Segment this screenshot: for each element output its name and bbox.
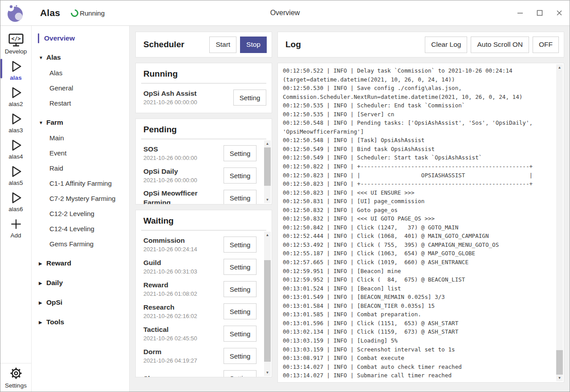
task-setting-button[interactable]: Setting xyxy=(224,145,256,161)
task-name: Guild xyxy=(143,258,220,267)
play-icon xyxy=(8,111,24,127)
sidebar-item-raid[interactable]: Raid xyxy=(32,160,129,176)
maximize-button[interactable] xyxy=(536,9,544,17)
task-setting-button[interactable]: Setting xyxy=(224,167,256,184)
instance-rail: </>Developalasalas2alas3alas4alas5alas6A… xyxy=(0,26,32,392)
rail-item-alas2[interactable]: alas2 xyxy=(0,83,31,109)
task-name: OpSi Daily xyxy=(143,167,220,176)
waiting-panel: Waiting Commission2021-10-26 00:24:14Set… xyxy=(135,210,272,377)
rail-item-alas[interactable]: alas xyxy=(0,57,31,82)
rail-item-alas4[interactable]: alas4 xyxy=(0,135,31,161)
sidebar-item-main[interactable]: Main xyxy=(32,130,129,145)
sidebar-group-daily[interactable]: ▶Daily xyxy=(32,275,129,290)
task-info: Reward2021-10-26 01:08:02 xyxy=(143,280,224,298)
rail-item-label: alas2 xyxy=(8,101,23,107)
sidebar-item-restart[interactable]: Restart xyxy=(32,95,129,110)
auto-scroll-off-button[interactable]: OFF xyxy=(533,37,559,53)
task-row: Research2021-10-26 02:16:02Setting xyxy=(143,300,260,323)
sidebar-item-gems-farming[interactable]: Gems Farming xyxy=(32,236,129,251)
sidebar-item-c1-1-affinity-farming[interactable]: C1-1 Affinity Farming xyxy=(32,176,129,191)
running-spinner-icon xyxy=(69,8,80,18)
rail-item-alas5[interactable]: alas5 xyxy=(0,162,31,188)
scheduler-status: Running xyxy=(71,9,105,17)
task-name: Tactical xyxy=(143,325,220,334)
task-setting-button[interactable]: Setting xyxy=(224,370,256,377)
task-setting-button[interactable]: Setting xyxy=(224,259,256,275)
running-panel-title: Running xyxy=(141,63,266,84)
sidebar-item-general[interactable]: General xyxy=(32,80,129,95)
scrollbar-thumb[interactable] xyxy=(264,147,271,186)
sidebar-item-overview[interactable]: Overview xyxy=(32,31,129,45)
task-name: OpSi Ash Assist xyxy=(143,89,230,98)
chevron-right-icon: ▶ xyxy=(39,320,46,325)
log-scrollbar[interactable]: ▲ ▼ xyxy=(556,64,563,381)
minimize-button[interactable] xyxy=(516,9,524,17)
chevron-down-icon: ▼ xyxy=(39,55,46,60)
scrollbar-thumb[interactable] xyxy=(556,350,563,375)
window-controls xyxy=(516,9,563,17)
rail-item-alas6[interactable]: alas6 xyxy=(0,188,31,214)
task-info: OpSi Meowfficer Farming xyxy=(143,188,224,204)
clear-log-button[interactable]: Clear Log xyxy=(425,37,467,53)
sidebar-item-c12-4-leveling[interactable]: C12-4 Leveling xyxy=(32,221,129,236)
task-setting-button[interactable]: Setting xyxy=(233,90,266,106)
start-button[interactable]: Start xyxy=(209,37,236,53)
waiting-scrollbar[interactable]: ▲ ▼ xyxy=(264,232,271,376)
task-next-run-time: 2021-10-26 01:08:02 xyxy=(143,290,220,298)
scroll-up-arrow-icon[interactable]: ▲ xyxy=(264,232,271,238)
scroll-down-arrow-icon[interactable]: ▼ xyxy=(264,369,271,376)
task-setting-button[interactable]: Setting xyxy=(224,190,256,204)
log-line: 00:12:50.535 | INFO | [Server] cn xyxy=(283,110,555,119)
log-line: 00:13:03.159 | INFO | Screenshot interva… xyxy=(283,345,555,354)
scroll-up-arrow-icon[interactable]: ▲ xyxy=(264,140,271,147)
chevron-right-icon: ▶ xyxy=(39,281,46,286)
sidebar-group-farm[interactable]: ▼Farm xyxy=(32,115,129,130)
rail-item-alas3[interactable]: alas3 xyxy=(0,109,31,135)
chevron-right-icon: ▶ xyxy=(39,261,46,266)
scroll-down-arrow-icon[interactable]: ▼ xyxy=(264,196,271,203)
log-line: 00:12:50.549 | INFO | Scheduler: Start t… xyxy=(283,153,555,162)
auto-scroll-on-button[interactable]: Auto Scroll ON xyxy=(471,37,529,53)
log-line: 00:12:50.831 | INFO | [UI] page_commissi… xyxy=(283,197,555,206)
log-line: 00:13:03.159 | INFO | [Loading] 5% xyxy=(283,336,555,345)
task-next-run-time: 2021-10-26 00:24:14 xyxy=(143,245,220,253)
task-setting-button[interactable]: Setting xyxy=(224,281,256,297)
scrollbar-thumb[interactable] xyxy=(264,260,271,362)
sidebar-item-event[interactable]: Event xyxy=(32,145,129,160)
log-line: 00:13:01.596 | INFO | Click (1151, 653) … xyxy=(283,319,555,328)
log-title: Log xyxy=(285,40,421,49)
running-task-list: OpSi Ash Assist2021-10-26 00:00:00Settin… xyxy=(136,84,272,113)
stop-button[interactable]: Stop xyxy=(240,37,267,53)
sidebar-item-c7-2-mystery-farming[interactable]: C7-2 Mystery Farming xyxy=(32,191,129,206)
rail-item-add[interactable]: Add xyxy=(0,214,31,240)
task-next-run-time: 2021-10-26 00:00:00 xyxy=(143,176,220,184)
pending-scrollbar[interactable]: ▲ ▼ xyxy=(264,140,271,203)
play-icon xyxy=(8,137,24,153)
main-content: Scheduler Start Stop Running OpSi Ash As… xyxy=(130,26,570,392)
close-button[interactable] xyxy=(555,9,563,17)
scroll-up-arrow-icon[interactable]: ▲ xyxy=(556,64,563,71)
task-setting-button[interactable]: Setting xyxy=(224,303,256,319)
sidebar-item-c12-2-leveling[interactable]: C12-2 Leveling xyxy=(32,206,129,221)
rail-spacer xyxy=(0,241,31,363)
sidebar-group-label: Alas xyxy=(46,53,61,61)
rail-item-settings[interactable]: Settings xyxy=(0,363,31,392)
log-line: 00:12:50.548 | INFO | [Task] OpsiAshAssi… xyxy=(283,136,555,145)
sidebar-group-tools[interactable]: ▶Tools xyxy=(32,314,129,330)
rail-item-develop[interactable]: </>Develop xyxy=(0,30,31,56)
log-line: 'OpsiMeowfficerFarming'] xyxy=(283,127,555,136)
task-setting-button[interactable]: Setting xyxy=(224,348,256,364)
task-row: OpSi Ash Assist2021-10-26 00:00:00Settin… xyxy=(143,86,272,109)
sidebar-group-reward[interactable]: ▶Reward xyxy=(32,256,129,271)
task-setting-button[interactable]: Setting xyxy=(224,326,256,342)
scroll-down-arrow-icon[interactable]: ▼ xyxy=(556,375,563,381)
sidebar-item-label: Overview xyxy=(44,34,75,42)
titlebar: Alas Running Overview xyxy=(0,0,570,26)
sidebar-item-alas[interactable]: Alas xyxy=(32,65,129,80)
scheduler-column: Scheduler Start Stop Running OpSi Ash As… xyxy=(135,32,272,383)
status-text: Running xyxy=(80,9,105,17)
rail-item-label: Add xyxy=(10,232,21,239)
task-setting-button[interactable]: Setting xyxy=(224,237,256,253)
sidebar-group-opsi[interactable]: ▶OpSi xyxy=(32,295,129,310)
sidebar-group-alas[interactable]: ▼Alas xyxy=(32,50,129,65)
